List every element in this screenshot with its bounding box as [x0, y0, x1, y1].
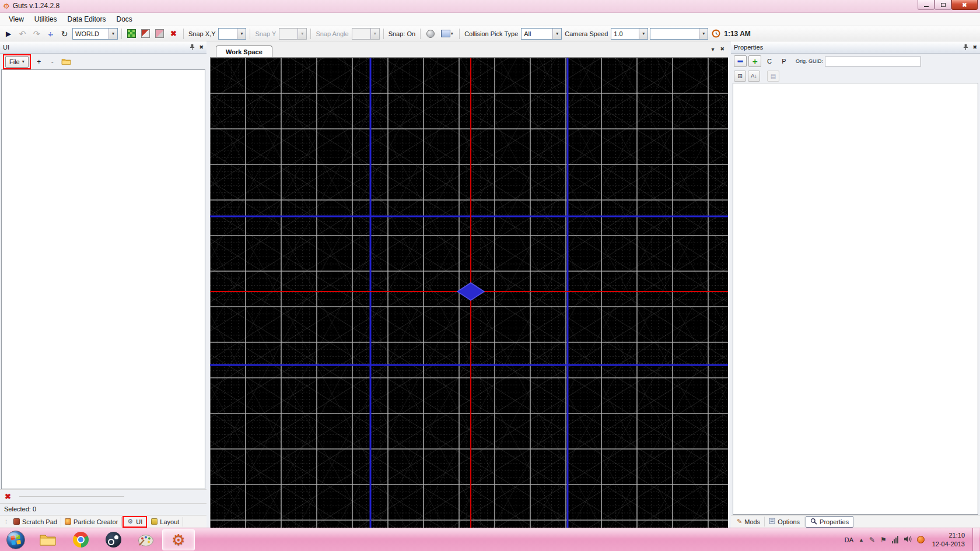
start-button[interactable]	[0, 528, 32, 551]
language-indicator[interactable]: DA	[845, 536, 853, 543]
undo-icon[interactable]: ↶	[16, 28, 29, 40]
snap-y-label: Snap Y	[254, 30, 277, 37]
tab-scratch-pad[interactable]: Scratch Pad	[10, 517, 61, 527]
pin-icon[interactable]	[190, 44, 195, 51]
chevron-down-icon: ▾	[552, 29, 561, 39]
toolbar-separator	[383, 29, 384, 39]
orig-guid-input[interactable]	[825, 57, 921, 66]
minimize-button[interactable]	[918, 0, 935, 10]
add-button[interactable]: +	[34, 57, 44, 67]
ui-panel-toolbar: File ▾ + -	[0, 54, 206, 69]
window-title: Guts v.1.24.2.8	[13, 2, 60, 10]
taskbar-steam[interactable]	[97, 529, 130, 550]
tab-properties[interactable]: Properties	[806, 516, 853, 528]
taskbar-explorer[interactable]	[32, 529, 64, 550]
categorized-view-icon[interactable]: ⊞	[734, 71, 746, 82]
camera-speed-combobox[interactable]: 1.0 ▾	[611, 28, 648, 40]
collision-pick-type-combobox[interactable]: All ▾	[521, 28, 562, 40]
tab-label: Layout	[160, 518, 179, 525]
volume-icon[interactable]	[904, 535, 912, 544]
snap-angle-combobox[interactable]: ▾	[352, 28, 380, 40]
snap-on-label: Snap: On	[387, 30, 416, 37]
snap-xy-label: Snap X,Y	[187, 30, 216, 37]
pin-icon[interactable]	[963, 44, 968, 51]
stamp-tool-icon[interactable]	[139, 28, 152, 40]
tab-label: UI	[136, 518, 142, 525]
viewport-mode-icon[interactable]: ▾	[438, 28, 456, 40]
title-bar: ⚙ Guts v.1.24.2.8 ✖	[0, 0, 980, 13]
taskbar-chrome[interactable]	[64, 529, 97, 550]
ui-tree-area[interactable]	[1, 69, 205, 489]
texture-paint-icon[interactable]	[125, 28, 138, 40]
delete-tool-icon[interactable]: ✖	[167, 28, 180, 40]
camera-speed-label: Camera Speed	[564, 30, 609, 37]
close-button[interactable]: ✖	[951, 0, 978, 10]
taskbar-guts[interactable]: ⚙	[162, 529, 195, 550]
chevron-down-icon: ▾	[22, 59, 24, 64]
main-toolbar: ▶ ↶ ↷ ↔↕ ↻ WORLD ▾ ✖ Snap X,Y ▾ Snap Y ▾…	[0, 26, 980, 41]
pen-tray-icon[interactable]: ✎	[869, 536, 875, 544]
alphabetical-sort-icon[interactable]: A↓	[748, 71, 760, 82]
close-tab-icon[interactable]: ✖	[720, 46, 724, 52]
menu-data-editors[interactable]: Data Editors	[62, 13, 111, 25]
options-icon	[769, 518, 775, 525]
particle-creator-icon	[65, 518, 71, 525]
toolbar-clock-label: 1:13 AM	[724, 30, 751, 38]
hidden-icons-button[interactable]: ▲	[859, 537, 864, 543]
c-button[interactable]: C	[763, 55, 776, 67]
tab-list-icon[interactable]: ▾	[711, 46, 714, 52]
divider	[19, 496, 124, 497]
expand-all-button[interactable]: ＋	[748, 55, 761, 67]
snap-y-combobox[interactable]: ▾	[279, 28, 307, 40]
world-combobox[interactable]: WORLD ▾	[72, 28, 118, 40]
maximize-button[interactable]	[935, 0, 951, 10]
file-menu-button[interactable]: File ▾	[5, 56, 29, 68]
tray-app-icon[interactable]	[917, 536, 925, 543]
redo-icon[interactable]: ↷	[30, 28, 43, 40]
tab-particle-creator[interactable]: Particle Creator	[61, 517, 122, 527]
move-cross-icon: ↔↕	[46, 29, 55, 38]
annotation-box-ui-tab: ⚙ UI	[123, 516, 147, 528]
light-toggle-icon[interactable]	[424, 28, 436, 40]
collapse-all-button[interactable]: ━	[734, 55, 747, 67]
close-icon[interactable]: ✖	[199, 44, 204, 50]
delete-selected-icon[interactable]: ✖	[5, 492, 11, 501]
move-tool-icon[interactable]: ↔↕	[44, 28, 57, 40]
remove-button[interactable]: -	[47, 57, 58, 67]
ui-panel-header: UI ✖	[0, 41, 206, 54]
tab-label: Options	[778, 518, 800, 525]
play-icon[interactable]: ▶	[2, 28, 15, 40]
tab-label: Properties	[820, 518, 849, 525]
snap-xy-combobox[interactable]: ▾	[218, 28, 246, 40]
steam-icon	[106, 532, 121, 548]
menu-docs[interactable]: Docs	[111, 13, 138, 25]
taskbar-paint[interactable]	[130, 529, 162, 550]
tab-work-space[interactable]: Work Space	[216, 45, 272, 57]
extra-combobox[interactable]: ▾	[650, 28, 708, 40]
show-desktop-button[interactable]	[972, 528, 979, 551]
workspace-canvas[interactable]	[210, 58, 728, 528]
taskbar-clock[interactable]: 21:10 12-04-2013	[932, 531, 965, 548]
tab-ui[interactable]: ⚙ UI	[124, 517, 146, 527]
p-button[interactable]: P	[778, 55, 790, 67]
close-icon[interactable]: ✖	[972, 44, 977, 50]
eraser-tool-icon[interactable]	[153, 28, 166, 40]
tab-layout[interactable]: Layout	[148, 517, 183, 527]
property-grid-area[interactable]	[733, 83, 978, 515]
folder-icon	[39, 533, 57, 547]
tab-label: Mods	[744, 518, 760, 525]
menu-utilities[interactable]: Utilities	[29, 13, 62, 25]
open-folder-button[interactable]	[61, 57, 72, 67]
toolbar-separator	[310, 29, 311, 39]
tab-options[interactable]: Options	[765, 517, 804, 527]
menu-view[interactable]: View	[4, 13, 29, 25]
action-center-flag-icon[interactable]: ⚑	[880, 536, 887, 544]
property-pages-icon: ▤	[767, 71, 779, 82]
work-space-tab-label: Work Space	[226, 48, 262, 55]
tab-mods[interactable]: ✎ Mods	[733, 517, 765, 527]
rotate-tool-icon[interactable]: ↻	[58, 28, 71, 40]
menu-bar: View Utilities Data Editors Docs	[0, 13, 980, 26]
network-icon[interactable]	[892, 536, 898, 543]
tray-time: 21:10	[932, 531, 965, 539]
ui-panel: UI ✖ File ▾ + -	[0, 41, 206, 528]
